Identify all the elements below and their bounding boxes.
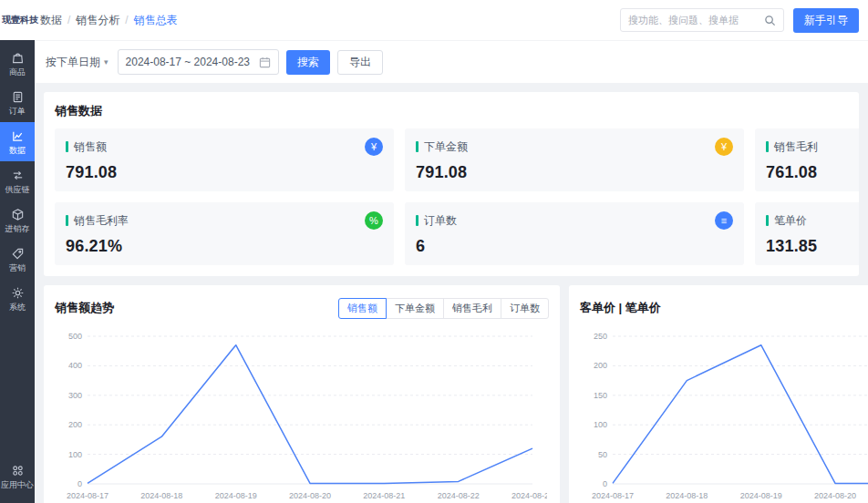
svg-text:2024-08-20: 2024-08-20 [289, 491, 331, 500]
goods-icon [11, 51, 25, 65]
sidebar: 商品 订单 数据 供应链 进销存 营销 [0, 40, 35, 503]
order-icon [11, 90, 25, 104]
breadcrumb-item-sales-analysis[interactable]: 销售分析 [76, 13, 119, 28]
unit-price-chart: 0501001502002502024-08-172024-08-182024-… [580, 325, 868, 503]
stat-value: 96.21% [66, 237, 383, 256]
stat-value: 791.08 [416, 163, 733, 182]
sidebar-item-label: 订单 [9, 107, 26, 116]
sales-trend-title: 销售额趋势 [55, 300, 114, 316]
stat-label: 下单金额 [424, 139, 468, 155]
accent-bar [416, 215, 418, 226]
sidebar-item-label: 供应链 [5, 185, 30, 194]
stat-label: 笔单价 [774, 213, 807, 229]
unit-price-card: 客单价 | 笔单价 0501001502002502024-08-172024-… [569, 285, 868, 503]
breadcrumb-separator: / [67, 14, 70, 26]
date-type-label: 按下单日期 [46, 55, 100, 70]
calendar-icon [259, 56, 271, 68]
sidebar-item-supply-chain[interactable]: 供应链 [0, 161, 35, 200]
svg-text:2024-08-21: 2024-08-21 [363, 491, 405, 500]
stat-tiles: 销售额 ¥ 791.08 下单金额 ¥ 791.08 [55, 128, 859, 265]
tab-order-amount[interactable]: 下单金额 [386, 298, 444, 319]
sales-data-title: 销售数据 [55, 103, 848, 119]
sidebar-item-label: 商品 [9, 67, 26, 77]
sidebar-item-label: 进销存 [5, 224, 30, 233]
stat-tile-gross-margin: 销售毛利率 % 96.21% [55, 202, 394, 265]
search-icon[interactable] [764, 15, 776, 26]
app-center-icon [11, 464, 25, 477]
date-range-picker[interactable]: 2024-08-17 ~ 2024-08-23 [118, 49, 279, 75]
sidebar-item-orders[interactable]: 订单 [0, 83, 35, 122]
yuan-icon: ¥ [365, 138, 383, 156]
stat-value: 6 [416, 237, 733, 256]
sidebar-item-goods[interactable]: 商品 [0, 44, 35, 83]
stat-label: 订单数 [424, 213, 457, 229]
sidebar-item-inventory[interactable]: 进销存 [0, 200, 35, 240]
sales-trend-chart: 01002003004005002024-08-172024-08-182024… [55, 325, 547, 503]
svg-text:2024-08-20: 2024-08-20 [814, 491, 856, 500]
svg-text:2024-08-18: 2024-08-18 [140, 491, 182, 500]
charts-row: 销售额趋势 销售额 下单金额 销售毛利 订单数 0100200300400500… [44, 285, 868, 503]
topbar-right: 新手引导 [620, 8, 859, 33]
svg-text:2024-08-17: 2024-08-17 [592, 491, 634, 500]
stat-label: 销售毛利率 [74, 213, 129, 229]
breadcrumb-item-data[interactable]: 数据 [40, 13, 62, 28]
accent-bar [66, 141, 68, 152]
svg-text:2024-08-22: 2024-08-22 [438, 491, 480, 500]
chart-icon [11, 129, 25, 143]
svg-text:0: 0 [78, 479, 82, 488]
svg-text:2024-08-19: 2024-08-19 [215, 491, 257, 500]
date-type-select[interactable]: 按下单日期 ▾ [44, 55, 110, 70]
stat-value: 761.08 [766, 163, 859, 182]
search-input[interactable] [628, 15, 764, 26]
global-search-box[interactable] [620, 8, 784, 32]
sidebar-item-data[interactable]: 数据 [0, 122, 35, 161]
gear-icon [11, 286, 25, 300]
svg-text:50: 50 [598, 450, 607, 459]
svg-text:200: 200 [68, 420, 82, 429]
yuan-icon: ¥ [715, 138, 733, 156]
search-button[interactable]: 搜索 [286, 50, 330, 75]
sidebar-item-label: 应用中心 [1, 480, 34, 489]
svg-text:400: 400 [68, 361, 82, 370]
filter-bar: 按下单日期 ▾ 2024-08-17 ~ 2024-08-23 搜索 导出 [35, 40, 868, 83]
sales-data-card: 销售数据 销售额 ¥ 791.08 [44, 92, 859, 276]
guide-button[interactable]: 新手引导 [793, 8, 859, 33]
accent-bar [66, 215, 68, 226]
sidebar-item-app-center[interactable]: 应用中心 [0, 457, 35, 496]
tab-order-count[interactable]: 订单数 [501, 298, 549, 319]
topbar: 现壹科技 数据 / 销售分析 / 销售总表 新手引导 [0, 0, 868, 40]
stat-tile-gross-profit: 销售毛利 ¥ 761.08 [755, 128, 859, 191]
stat-tile-order-count: 订单数 ≡ 6 [405, 202, 744, 265]
svg-text:250: 250 [594, 332, 607, 341]
sidebar-item-marketing[interactable]: 营销 [0, 240, 35, 279]
sidebar-item-label: 营销 [9, 263, 26, 272]
svg-text:2024-08-19: 2024-08-19 [740, 491, 782, 500]
breadcrumb-item-sales-summary[interactable]: 销售总表 [134, 13, 178, 28]
tab-sales-amount[interactable]: 销售额 [338, 298, 387, 319]
percent-icon: % [365, 211, 383, 230]
export-button[interactable]: 导出 [337, 50, 383, 75]
svg-text:100: 100 [68, 450, 82, 459]
sidebar-item-label: 数据 [9, 146, 26, 155]
svg-text:300: 300 [68, 391, 82, 400]
accent-bar [766, 215, 769, 226]
svg-text:0: 0 [603, 479, 607, 488]
chevron-down-icon: ▾ [104, 57, 108, 67]
svg-text:150: 150 [594, 391, 607, 400]
sidebar-spacer [0, 318, 35, 457]
svg-text:2024-08-23: 2024-08-23 [512, 491, 547, 500]
tab-gross-profit[interactable]: 销售毛利 [443, 298, 501, 319]
breadcrumb: 数据 / 销售分析 / 销售总表 [40, 13, 178, 28]
supply-chain-icon [11, 169, 25, 182]
sidebar-item-system[interactable]: 系统 [0, 279, 35, 318]
breadcrumb-separator: / [125, 14, 128, 26]
stat-label: 销售毛利 [774, 139, 818, 155]
unit-price-title: 客单价 | 笔单价 [580, 300, 661, 316]
sidebar-item-label: 系统 [9, 303, 26, 312]
svg-text:100: 100 [594, 420, 607, 429]
date-range-value: 2024-08-17 ~ 2024-08-23 [126, 56, 250, 68]
app-root: 现壹科技 数据 / 销售分析 / 销售总表 新手引导 商品 订单 [0, 0, 868, 503]
stat-tile-order-amount: 下单金额 ¥ 791.08 [405, 128, 744, 191]
accent-bar [766, 141, 769, 152]
inventory-icon [11, 208, 25, 221]
